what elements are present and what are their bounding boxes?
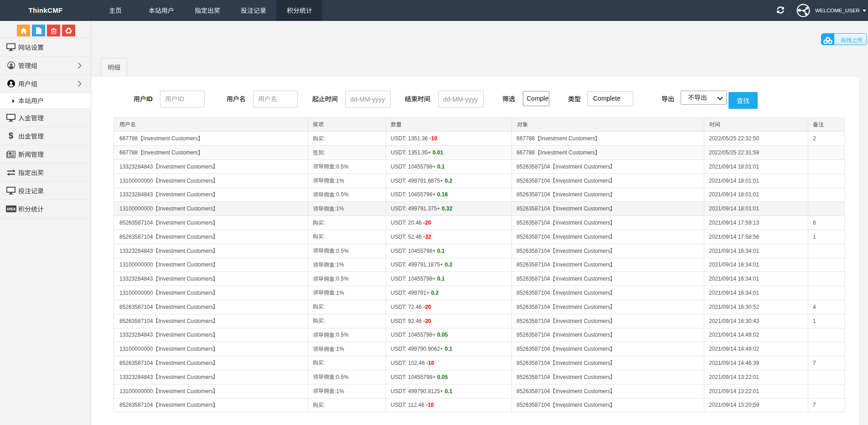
svg-text:VISA: VISA bbox=[6, 207, 15, 211]
